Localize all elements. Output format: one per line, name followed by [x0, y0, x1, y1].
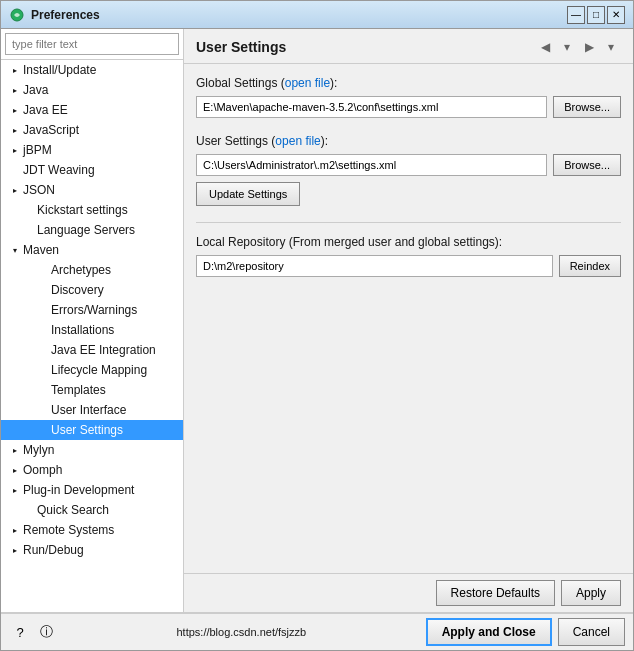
arrow-icon	[9, 184, 21, 196]
sidebar-item-user-settings[interactable]: User Settings	[1, 420, 183, 440]
user-settings-label: User Settings (open file):	[196, 134, 621, 148]
global-browse-button[interactable]: Browse...	[553, 96, 621, 118]
content-area: Install/UpdateJavaJava EEJavaScriptjBPMJ…	[1, 29, 633, 612]
sidebar-item-label: Archetypes	[51, 263, 111, 277]
sidebar-item-java-ee-integration[interactable]: Java EE Integration	[1, 340, 183, 360]
sidebar-item-label: Java EE	[23, 103, 68, 117]
sidebar-item-label: Installations	[51, 323, 114, 337]
sidebar-item-jdt-weaving[interactable]: JDT Weaving	[1, 160, 183, 180]
sidebar-item-install-update[interactable]: Install/Update	[1, 60, 183, 80]
sidebar-item-label: Templates	[51, 383, 106, 397]
local-repo-section: Local Repository (From merged user and g…	[196, 235, 621, 277]
minimize-button[interactable]: —	[567, 6, 585, 24]
sidebar-item-user-interface[interactable]: User Interface	[1, 400, 183, 420]
help-button[interactable]: ?	[9, 621, 31, 643]
arrow-icon	[9, 244, 21, 256]
sidebar-item-label: Remote Systems	[23, 523, 114, 537]
sidebar-item-discovery[interactable]: Discovery	[1, 280, 183, 300]
close-button[interactable]: ✕	[607, 6, 625, 24]
sidebar-item-label: Kickstart settings	[37, 203, 128, 217]
forward-button[interactable]: ▶	[579, 37, 599, 57]
arrow-icon	[9, 524, 21, 536]
user-settings-input[interactable]	[196, 154, 547, 176]
window-title: Preferences	[31, 8, 567, 22]
sidebar-item-json[interactable]: JSON	[1, 180, 183, 200]
arrow-icon	[9, 104, 21, 116]
main-header: User Settings ◀ ▾ ▶ ▾	[184, 29, 633, 64]
arrow-icon	[9, 464, 21, 476]
footer-bar: ? ⓘ https://blog.csdn.net/fsjzzb Apply a…	[1, 612, 633, 650]
footer-url: https://blog.csdn.net/fsjzzb	[63, 626, 420, 638]
sidebar-item-jbpm[interactable]: jBPM	[1, 140, 183, 160]
sidebar-item-label: User Interface	[51, 403, 126, 417]
maximize-button[interactable]: □	[587, 6, 605, 24]
sidebar-item-maven[interactable]: Maven	[1, 240, 183, 260]
sidebar-item-language-servers[interactable]: Language Servers	[1, 220, 183, 240]
sidebar-item-label: Language Servers	[37, 223, 135, 237]
global-settings-input[interactable]	[196, 96, 547, 118]
sidebar-item-errors-warnings[interactable]: Errors/Warnings	[1, 300, 183, 320]
user-settings-section: User Settings (open file): Browse... Upd…	[196, 134, 621, 206]
sidebar-item-mylyn[interactable]: Mylyn	[1, 440, 183, 460]
back-button[interactable]: ◀	[535, 37, 555, 57]
main-panel: User Settings ◀ ▾ ▶ ▾ Global Settings (o…	[184, 29, 633, 612]
sidebar-item-label: Install/Update	[23, 63, 96, 77]
apply-button[interactable]: Apply	[561, 580, 621, 606]
sidebar-item-quick-search[interactable]: Quick Search	[1, 500, 183, 520]
sidebar-item-label: JDT Weaving	[23, 163, 95, 177]
sidebar-item-label: JSON	[23, 183, 55, 197]
arrow-icon	[9, 484, 21, 496]
global-settings-row: Browse...	[196, 96, 621, 118]
sidebar-item-templates[interactable]: Templates	[1, 380, 183, 400]
sidebar-item-run-debug[interactable]: Run/Debug	[1, 540, 183, 560]
sidebar: Install/UpdateJavaJava EEJavaScriptjBPMJ…	[1, 29, 184, 612]
sidebar-item-installations[interactable]: Installations	[1, 320, 183, 340]
sidebar-item-archetypes[interactable]: Archetypes	[1, 260, 183, 280]
sidebar-item-label: User Settings	[51, 423, 123, 437]
footer-left: ? ⓘ	[9, 621, 57, 643]
sidebar-item-java-ee[interactable]: Java EE	[1, 100, 183, 120]
user-browse-button[interactable]: Browse...	[553, 154, 621, 176]
local-repo-label: Local Repository (From merged user and g…	[196, 235, 621, 249]
dropdown2-button[interactable]: ▾	[601, 37, 621, 57]
sidebar-item-label: Maven	[23, 243, 59, 257]
main-title: User Settings	[196, 39, 286, 55]
dropdown-button[interactable]: ▾	[557, 37, 577, 57]
user-settings-row: Browse...	[196, 154, 621, 176]
sidebar-item-plug-in-development[interactable]: Plug-in Development	[1, 480, 183, 500]
sidebar-item-java[interactable]: Java	[1, 80, 183, 100]
info-button[interactable]: ⓘ	[35, 621, 57, 643]
sidebar-item-label: Quick Search	[37, 503, 109, 517]
arrow-icon	[9, 544, 21, 556]
filter-input[interactable]	[5, 33, 179, 55]
sidebar-item-javascript[interactable]: JavaScript	[1, 120, 183, 140]
sidebar-item-label: jBPM	[23, 143, 52, 157]
divider	[196, 222, 621, 223]
update-settings-button[interactable]: Update Settings	[196, 182, 300, 206]
sidebar-item-label: Discovery	[51, 283, 104, 297]
sidebar-item-label: Lifecycle Mapping	[51, 363, 147, 377]
info-icon: ⓘ	[40, 623, 53, 641]
sidebar-item-label: Mylyn	[23, 443, 54, 457]
cancel-button[interactable]: Cancel	[558, 618, 625, 646]
sidebar-item-oomph[interactable]: Oomph	[1, 460, 183, 480]
restore-defaults-button[interactable]: Restore Defaults	[436, 580, 555, 606]
sidebar-item-label: Run/Debug	[23, 543, 84, 557]
arrow-icon	[9, 124, 21, 136]
apply-close-button[interactable]: Apply and Close	[426, 618, 552, 646]
sidebar-item-lifecycle-mapping[interactable]: Lifecycle Mapping	[1, 360, 183, 380]
local-repo-input[interactable]	[196, 255, 553, 277]
sidebar-item-label: Plug-in Development	[23, 483, 134, 497]
sidebar-item-label: Errors/Warnings	[51, 303, 137, 317]
global-open-file-link[interactable]: open file	[285, 76, 330, 90]
reindex-button[interactable]: Reindex	[559, 255, 621, 277]
sidebar-item-remote-systems[interactable]: Remote Systems	[1, 520, 183, 540]
sidebar-item-kickstart-settings[interactable]: Kickstart settings	[1, 200, 183, 220]
arrow-icon	[9, 444, 21, 456]
sidebar-item-label: Oomph	[23, 463, 62, 477]
title-bar: Preferences — □ ✕	[1, 1, 633, 29]
user-open-file-link[interactable]: open file	[275, 134, 320, 148]
preferences-window: Preferences — □ ✕ Install/UpdateJavaJava…	[0, 0, 634, 651]
footer-right: Apply and Close Cancel	[426, 618, 625, 646]
tree-area: Install/UpdateJavaJava EEJavaScriptjBPMJ…	[1, 60, 183, 612]
